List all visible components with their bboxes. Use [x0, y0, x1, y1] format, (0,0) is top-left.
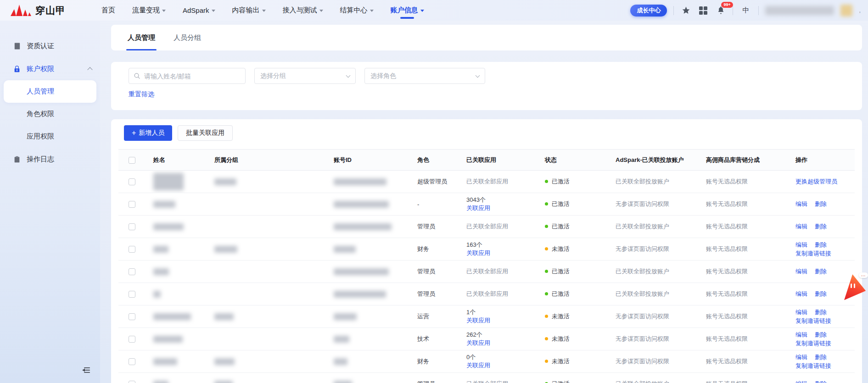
nav-settlement[interactable]: 结算中心 [340, 0, 374, 21]
redacted-account-id [334, 223, 392, 230]
redacted-name [153, 173, 184, 190]
linked-apps-link[interactable]: 关联应用 [466, 362, 490, 369]
tab-personnel-group[interactable]: 人员分组 [174, 25, 201, 50]
edit-link[interactable]: 编辑 [795, 223, 807, 230]
delete-link[interactable]: 删除 [815, 290, 827, 297]
select-all-checkbox[interactable] [129, 157, 135, 164]
row-checkbox[interactable] [129, 336, 135, 343]
table-row: 运营 1个关联应用 未激活 无参谋页面访问权限 账号无选品权限 编辑删除复制邀请… [118, 305, 855, 328]
table-header-row: 姓名 所属分组 账号ID 角色 已关联应用 状态 AdSpark-已关联投放账户… [118, 150, 855, 171]
row-checkbox[interactable] [129, 178, 135, 185]
table-row: - 3043个关联应用 已激活 无参谋页面访问权限 账号无选品权限 编辑删除 [118, 193, 855, 216]
edit-link[interactable]: 编辑 [795, 380, 807, 383]
delete-link[interactable]: 删除 [815, 354, 827, 361]
delete-link[interactable]: 删除 [815, 331, 827, 338]
delete-link[interactable]: 删除 [815, 380, 827, 383]
edit-link[interactable]: 编辑 [795, 290, 807, 297]
change-super-admin-link[interactable]: 更换超级管理员 [795, 178, 837, 185]
linked-apps-link[interactable]: 关联应用 [466, 205, 490, 211]
avatar[interactable] [840, 5, 852, 17]
edit-link[interactable]: 编辑 [795, 309, 807, 316]
floating-mascot-widget[interactable]: ... [841, 272, 867, 300]
batch-link-apps-button[interactable]: 批量关联应用 [178, 125, 233, 141]
sidebar-item-label: 角色权限 [27, 110, 54, 118]
sidebar-item-label: 操作日志 [27, 155, 54, 164]
apps-grid-icon[interactable] [698, 5, 709, 16]
redacted-name [153, 201, 175, 208]
add-member-button[interactable]: + 新增人员 [124, 125, 172, 141]
sidebar-collapse-icon[interactable] [82, 366, 91, 376]
col-account-id: 账号ID [328, 150, 412, 171]
sidebar-item-role-permission[interactable]: 角色权限 [0, 103, 100, 125]
chevron-down-icon [212, 10, 215, 12]
delete-link[interactable]: 删除 [815, 200, 827, 207]
redacted-name [153, 381, 168, 383]
edit-link[interactable]: 编辑 [795, 331, 807, 338]
mascot-eye [854, 283, 855, 288]
search-icon [134, 72, 140, 79]
row-checkbox[interactable] [129, 201, 135, 208]
language-toggle[interactable]: 中 [739, 5, 752, 16]
table-row: 管理员 已关联全部应用 已激活 已关联全部投放账户 账号无选品权限 编辑删除 [118, 216, 855, 238]
table-row: 技术 262个关联应用 未激活 无参谋页面访问权限 账号无选品权限 编辑删除复制… [118, 328, 855, 350]
delete-link[interactable]: 删除 [815, 268, 827, 275]
tab-personnel-management[interactable]: 人员管理 [128, 25, 155, 50]
navbar-right-cluster: 成长中心 99+ 中 , [630, 5, 868, 17]
table-row: 财务 163个关联应用 未激活 无参谋页面访问权限 账号无选品权限 编辑删除复制… [118, 238, 855, 261]
row-checkbox[interactable] [129, 291, 135, 298]
nav-account-info[interactable]: 账户信息 [391, 0, 424, 21]
copy-invite-link[interactable]: 复制邀请链接 [795, 317, 831, 324]
row-checkbox[interactable] [129, 358, 135, 365]
row-checkbox[interactable] [129, 381, 135, 383]
copy-invite-link[interactable]: 复制邀请链接 [795, 250, 831, 257]
row-checkbox[interactable] [129, 313, 135, 320]
group-select[interactable]: 选择分组 [254, 68, 356, 84]
delete-link[interactable]: 删除 [815, 241, 827, 248]
edit-link[interactable]: 编辑 [795, 200, 807, 207]
search-input[interactable] [144, 72, 241, 80]
sidebar-item-qualification[interactable]: 资质认证 [0, 34, 100, 57]
sidebar-item-operation-log[interactable]: 操作日志 [0, 148, 100, 171]
redacted-name [153, 291, 161, 298]
edit-link[interactable]: 编辑 [795, 241, 807, 248]
edit-link[interactable]: 编辑 [795, 268, 807, 275]
table-row: 超级管理员 已关联全部应用 已激活 已关联全部投放账户 账号无选品权限 更换超级… [118, 171, 855, 193]
brand-logo[interactable]: 穿山甲 [0, 4, 66, 17]
copy-invite-link[interactable]: 复制邀请链接 [795, 362, 831, 369]
reset-filter-link[interactable]: 重置筛选 [129, 90, 154, 99]
favorite-star-icon[interactable] [680, 5, 691, 16]
linked-apps-link[interactable]: 关联应用 [466, 317, 490, 324]
sidebar-item-app-permission[interactable]: 应用权限 [0, 125, 100, 148]
certificate-icon [13, 42, 21, 50]
status-dot [545, 270, 548, 273]
role-select[interactable]: 选择角色 [364, 68, 485, 84]
redacted-name [153, 268, 169, 275]
delete-link[interactable]: 删除 [815, 309, 827, 316]
copy-invite-link[interactable]: 复制邀请链接 [795, 340, 831, 347]
divider [758, 6, 759, 15]
nav-monetization[interactable]: 流量变现 [132, 0, 166, 21]
edit-link[interactable]: 编辑 [795, 354, 807, 361]
redacted-name [153, 313, 191, 320]
linked-apps-link[interactable]: 关联应用 [466, 339, 490, 346]
row-checkbox[interactable] [129, 268, 135, 275]
col-group: 所属分组 [209, 150, 328, 171]
delete-link[interactable]: 删除 [815, 223, 827, 230]
linked-apps-link[interactable]: 关联应用 [466, 250, 490, 256]
row-checkbox[interactable] [129, 246, 135, 253]
lock-icon [13, 65, 21, 73]
redacted-account-id [334, 358, 347, 365]
row-checkbox[interactable] [129, 223, 135, 230]
sidebar-item-account-permission[interactable]: 账户权限 [0, 57, 100, 80]
table-row: 管理员 已关联全部应用 已激活 已关联全部投放账户 账号无选品权限 编辑删除 [118, 283, 855, 305]
nav-home[interactable]: 首页 [101, 0, 115, 21]
growth-center-button[interactable]: 成长中心 [630, 5, 667, 17]
nav-content-output[interactable]: 内容输出 [232, 0, 266, 21]
user-name-redacted[interactable] [765, 6, 834, 15]
nav-integration-test[interactable]: 接入与测试 [283, 0, 323, 21]
notification-bell-icon[interactable]: 99+ [715, 5, 726, 16]
redacted-name [153, 246, 168, 253]
sidebar-item-personnel-management[interactable]: 人员管理 [4, 80, 96, 103]
status-dot [545, 247, 548, 250]
nav-adspark[interactable]: AdSpark [183, 0, 215, 21]
